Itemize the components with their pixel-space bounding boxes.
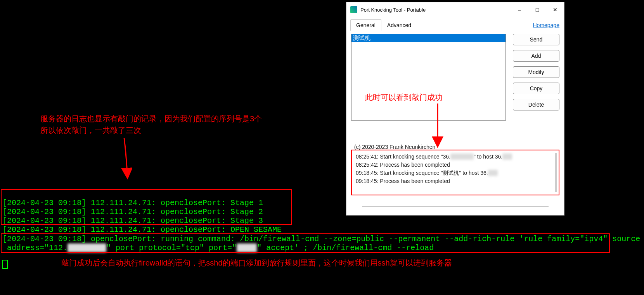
copy-button[interactable]: Copy — [513, 83, 559, 94]
redacted-host-2: xxx — [488, 170, 498, 176]
window-title: Port Knocking Tool - Portable — [360, 7, 511, 13]
copyright-text: (c) 2020-2023 Frank Neunkirchen — [354, 144, 435, 150]
add-button[interactable]: Add — [513, 50, 559, 62]
title-bar[interactable]: Port Knocking Tool - Portable – □ ✕ — [346, 2, 564, 17]
annotation-server-log-line1: 服务器的日志也显示有敲门的记录，因为我们配置的序列号是3个 — [40, 113, 262, 124]
send-button[interactable]: Send — [513, 34, 559, 45]
terminal-cursor — [2, 260, 8, 269]
maximize-button[interactable]: □ — [528, 2, 546, 17]
log-line-open-sesame: [2024-04-23 09:18] 112.111.24.71: opencl… — [2, 225, 282, 234]
port-knocking-dialog: Port Knocking Tool - Portable – □ ✕ Gene… — [346, 2, 564, 216]
tab-general[interactable]: General — [350, 19, 381, 31]
annotation-server-log-line2: 所以依次敲门，一共敲了三次 — [40, 124, 262, 136]
log-scrollbar[interactable] — [555, 153, 557, 192]
annotation-success-note: 敲门成功后会自动执行firewalld的语句，把sshd的端口添加到放行规则里面… — [61, 257, 452, 269]
host-listbox[interactable]: 测试机 — [351, 34, 506, 121]
tool-log-line-4: 09:18:45: Process has been completed — [356, 177, 555, 185]
arrow-down-to-log — [105, 138, 132, 180]
homepage-link[interactable]: Homepage — [532, 20, 561, 31]
minimize-button[interactable]: – — [511, 2, 528, 17]
delete-button[interactable]: Delete — [513, 99, 559, 110]
tab-strip: General Advanced Homepage — [346, 17, 564, 31]
tool-log-line-1: 08:25:41: Start knocking sequence "36.xx… — [356, 153, 555, 161]
modify-button[interactable]: Modify — [513, 66, 559, 78]
close-button[interactable]: ✕ — [546, 2, 564, 17]
annotation-knock-ok: 此时可以看到敲门成功 — [365, 92, 443, 103]
tool-log-panel: 08:25:41: Start knocking sequence "36.xx… — [351, 150, 559, 195]
app-icon — [350, 6, 357, 13]
highlight-box-command — [1, 233, 610, 253]
tab-advanced[interactable]: Advanced — [381, 19, 417, 31]
tool-log-line-3: 09:18:45: Start knocking sequence "测试机" … — [356, 169, 555, 177]
host-list-item[interactable]: 测试机 — [351, 34, 506, 42]
tool-log-line-2: 08:25:42: Process has been completed — [356, 161, 555, 169]
highlight-box-stages — [1, 189, 292, 225]
redacted-seq-name: xxxxxxxx — [450, 154, 474, 160]
dialog-divider — [362, 206, 549, 207]
redacted-host-1: xxx — [502, 154, 512, 160]
